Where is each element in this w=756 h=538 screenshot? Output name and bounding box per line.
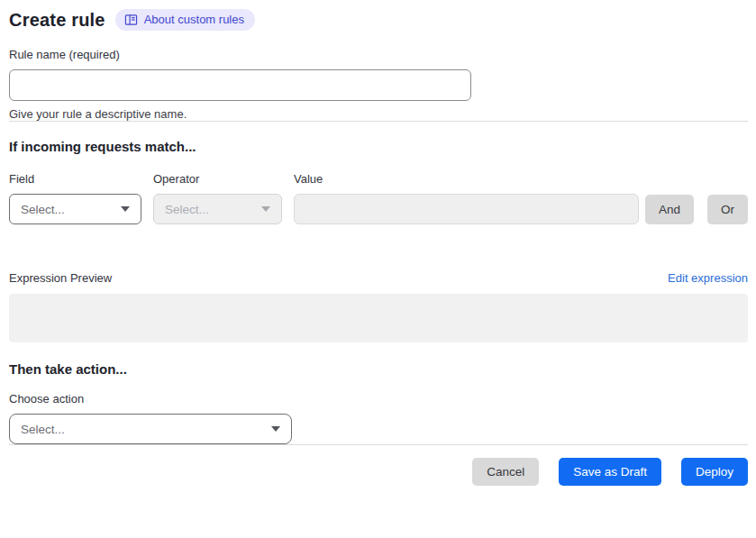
field-select[interactable]: Select... <box>9 194 141 224</box>
and-button[interactable]: And <box>645 195 694 224</box>
badge-label: About custom rules <box>144 13 244 26</box>
chevron-down-icon <box>121 206 130 212</box>
page-header: Create rule About custom rules <box>9 9 748 31</box>
expression-preview-box <box>9 294 748 342</box>
cancel-button[interactable]: Cancel <box>472 458 539 486</box>
choose-action-label: Choose action <box>9 392 748 406</box>
field-label: Field <box>9 172 141 186</box>
footer-divider <box>9 444 748 445</box>
section-divider <box>9 121 748 122</box>
expression-preview-label: Expression Preview <box>9 271 112 285</box>
about-custom-rules-badge[interactable]: About custom rules <box>115 9 255 31</box>
chevron-down-icon <box>271 426 280 432</box>
or-button[interactable]: Or <box>707 195 748 224</box>
deploy-button[interactable]: Deploy <box>681 458 748 486</box>
operator-select[interactable]: Select... <box>153 194 282 224</box>
footer-actions: Cancel Save as Draft Deploy <box>9 458 748 486</box>
value-input[interactable] <box>294 194 639 224</box>
action-select-value: Select... <box>21 423 65 436</box>
rule-name-label: Rule name (required) <box>9 48 748 61</box>
book-icon <box>124 14 138 26</box>
rule-name-helper: Give your rule a descriptive name. <box>9 107 748 121</box>
value-label: Value <box>294 172 639 186</box>
condition-row: Field Select... Operator Select... Value… <box>9 172 748 224</box>
chevron-down-icon <box>261 206 270 212</box>
edit-expression-link[interactable]: Edit expression <box>668 271 748 285</box>
field-select-value: Select... <box>21 203 65 216</box>
operator-select-value: Select... <box>165 203 209 216</box>
action-section-heading: Then take action... <box>9 361 748 377</box>
operator-label: Operator <box>153 172 282 186</box>
page-title: Create rule <box>9 10 105 31</box>
match-section-heading: If incoming requests match... <box>9 139 748 154</box>
expression-preview-row: Expression Preview Edit expression <box>9 271 748 285</box>
save-as-draft-button[interactable]: Save as Draft <box>559 458 661 486</box>
rule-name-input[interactable] <box>9 69 471 101</box>
create-rule-page: Create rule About custom rules Rule name… <box>0 0 756 486</box>
action-select[interactable]: Select... <box>9 414 292 444</box>
and-or-group: And Or <box>645 195 748 224</box>
